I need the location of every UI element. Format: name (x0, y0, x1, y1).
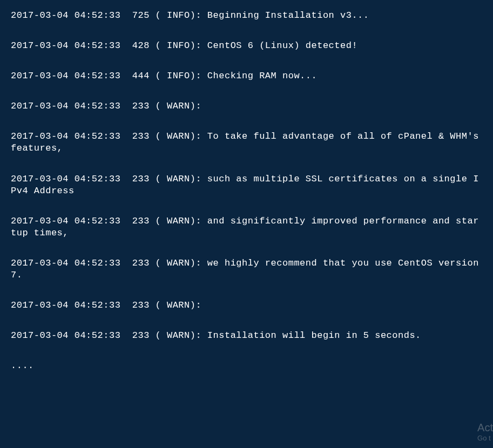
log-line: 2017-03-04 04:52:33 233 ( WARN): (11, 300, 482, 311)
log-line: 2017-03-04 04:52:33 233 ( WARN): and sig… (11, 215, 482, 239)
watermark-line-2: Go t (477, 434, 493, 443)
log-line: .... (11, 360, 482, 372)
log-line: 2017-03-04 04:52:33 428 ( INFO): CentOS … (11, 40, 482, 52)
log-line: 2017-03-04 04:52:33 233 ( WARN): Install… (11, 330, 482, 342)
log-line: 2017-03-04 04:52:33 725 ( INFO): Beginni… (11, 10, 482, 22)
log-line: 2017-03-04 04:52:33 233 ( WARN): To take… (11, 131, 482, 154)
activation-watermark: Act Go t (477, 421, 493, 443)
log-line: 2017-03-04 04:52:33 233 ( WARN): such as… (11, 173, 482, 197)
log-line: 2017-03-04 04:52:33 233 ( WARN): (11, 100, 482, 112)
log-line: 2017-03-04 04:52:33 444 ( INFO): Checkin… (11, 70, 482, 82)
log-line: 2017-03-04 04:52:33 233 ( WARN): we high… (11, 257, 482, 281)
terminal-output: 2017-03-04 04:52:33 725 ( INFO): Beginni… (11, 10, 482, 438)
watermark-line-1: Act (477, 421, 493, 434)
